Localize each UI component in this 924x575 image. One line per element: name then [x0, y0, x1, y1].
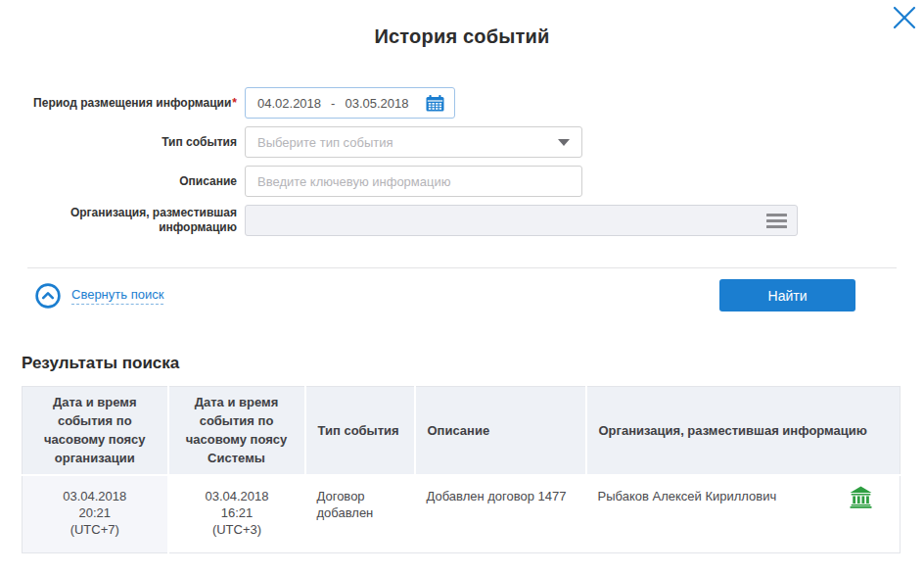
period-range-value: 04.02.2018 - 03.05.2018: [257, 96, 409, 111]
results-heading: Результаты поиска: [22, 354, 902, 373]
period-label: Период размещения информации*: [22, 96, 245, 111]
actions-row: Свернуть поиск Найти: [22, 279, 902, 311]
event-type-select[interactable]: Выберите тип события: [245, 126, 582, 158]
search-button[interactable]: Найти: [719, 279, 855, 311]
chevron-down-icon: [558, 139, 570, 146]
col-header-system-time: Дата и время события по часовому поясу С…: [168, 387, 305, 475]
page-title: История событий: [22, 0, 902, 48]
calendar-icon[interactable]: [426, 95, 444, 112]
description-input[interactable]: [257, 174, 570, 189]
form-row-event-type: Тип события Выберите тип события: [22, 126, 902, 158]
collapse-search-label: Свернуть поиск: [71, 287, 163, 305]
organization-picker-field[interactable]: [245, 205, 798, 236]
col-header-organization: Организация, разместившая информацию: [586, 387, 901, 475]
form-divider: [27, 267, 897, 268]
form-row-description: Описание: [22, 166, 902, 197]
form-row-organization: Организация, разместившая информацию: [22, 205, 902, 236]
organization-label: Организация, разместившая информацию: [22, 206, 245, 235]
period-range-input[interactable]: 04.02.2018 - 03.05.2018: [245, 87, 455, 119]
close-icon[interactable]: [891, 4, 918, 31]
results-table: Дата и время события по часовому поясу о…: [22, 386, 901, 553]
description-field-wrap: [245, 166, 582, 197]
organization-name: Рыбаков Алексей Кириллович: [598, 488, 777, 504]
bank-icon[interactable]: [850, 486, 872, 508]
description-label: Описание: [22, 174, 245, 189]
col-header-description: Описание: [415, 387, 586, 475]
cell-org-time: 03.04.2018 20:21 (UTC+7): [23, 475, 168, 553]
event-type-label: Тип события: [22, 135, 245, 150]
circle-chevron-up-icon: [35, 283, 61, 309]
table-row: 03.04.2018 20:21 (UTC+7) 03.04.2018 16:2…: [23, 475, 901, 553]
search-form: Период размещения информации* 04.02.2018…: [22, 87, 902, 236]
cell-system-time: 03.04.2018 16:21 (UTC+3): [168, 475, 305, 553]
required-asterisk: *: [232, 96, 237, 110]
col-header-org-time: Дата и время события по часовому поясу о…: [23, 387, 168, 475]
cell-event-type: Договор добавлен: [305, 475, 415, 553]
form-row-period: Период размещения информации* 04.02.2018…: [22, 87, 902, 119]
event-type-placeholder: Выберите тип события: [257, 135, 393, 150]
col-header-event-type: Тип события: [305, 387, 415, 475]
cell-description: Добавлен договор 1477: [415, 475, 586, 553]
event-history-modal: История событий Период размещения информ…: [0, 0, 924, 575]
table-header-row: Дата и время события по часовому поясу о…: [23, 387, 901, 475]
collapse-search-link[interactable]: Свернуть поиск: [35, 283, 163, 309]
menu-icon[interactable]: [766, 211, 787, 231]
cell-organization: Рыбаков Алексей Кириллович: [586, 475, 901, 553]
